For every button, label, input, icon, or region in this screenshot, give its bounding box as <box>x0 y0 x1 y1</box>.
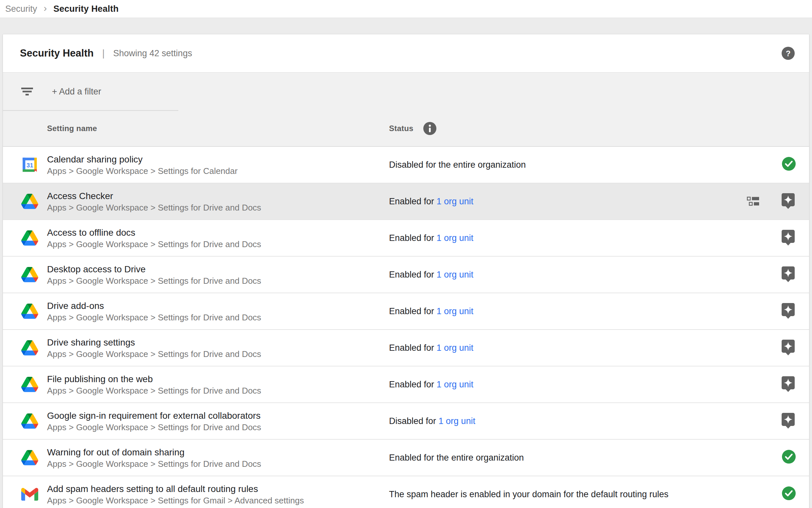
drive-icon <box>21 449 38 466</box>
recommendation-badge-icon[interactable] <box>782 230 796 246</box>
table-row[interactable]: File publishing on the web Apps > Google… <box>3 367 809 403</box>
setting-path: Apps > Google Workspace > Settings for D… <box>47 202 261 213</box>
breadcrumb: Security › Security Health <box>0 0 812 18</box>
help-circle-icon[interactable]: ? <box>782 47 795 60</box>
setting-path: Apps > Google Workspace > Settings for D… <box>47 348 261 359</box>
breadcrumb-current: Security Health <box>54 4 119 14</box>
svg-text:?: ? <box>786 49 791 58</box>
table-row[interactable]: 31 Calendar sharing policy Apps > Google… <box>3 147 809 183</box>
settings-card: Security Health | Showing 42 settings ? <box>3 34 809 508</box>
drive-icon <box>21 376 38 393</box>
recommendation-badge-icon[interactable] <box>782 193 796 209</box>
table-row[interactable]: Access to offline docs Apps > Google Wor… <box>3 220 809 257</box>
setting-status: Enabled for 1 org unit <box>389 306 473 316</box>
recommendation-badge-icon[interactable] <box>782 413 796 429</box>
card-header: Security Health | Showing 42 settings ? <box>3 34 809 72</box>
org-unit-icon <box>747 196 761 207</box>
drive-icon <box>21 193 38 210</box>
setting-status: Disabled for the entire organization <box>389 160 526 170</box>
setting-path: Apps > Google Workspace > Settings for C… <box>47 165 237 176</box>
setting-name: Access Checker <box>47 190 261 202</box>
setting-path: Apps > Google Workspace > Settings for D… <box>47 312 261 323</box>
status-text: Enabled for <box>389 197 437 206</box>
gmail-icon <box>21 486 38 503</box>
table-row[interactable]: Access Checker Apps > Google Workspace >… <box>3 183 809 220</box>
setting-path: Apps > Google Workspace > Settings for D… <box>47 275 261 286</box>
setting-path: Apps > Google Workspace > Settings for G… <box>47 495 304 506</box>
status-text: Disabled for the entire organization <box>389 160 526 170</box>
check-circle-icon <box>782 486 796 502</box>
setting-name: Add spam headers setting to all default … <box>47 483 304 495</box>
title-separator: | <box>102 48 105 59</box>
check-circle-icon <box>782 450 796 465</box>
drive-icon <box>21 339 38 356</box>
recommendation-badge-icon[interactable] <box>782 266 796 282</box>
table-row[interactable]: Warning for out of domain sharing Apps >… <box>3 440 809 476</box>
recommendation-badge-icon[interactable] <box>782 376 796 392</box>
status-text: Enabled for <box>389 306 437 316</box>
setting-name: Access to offline docs <box>47 226 261 239</box>
drive-icon <box>21 229 38 247</box>
drive-icon <box>21 266 38 283</box>
setting-path: Apps > Google Workspace > Settings for D… <box>47 385 261 396</box>
setting-name: File publishing on the web <box>47 373 261 385</box>
setting-status: Disabled for 1 org unit <box>389 416 475 426</box>
filter-list-icon[interactable] <box>21 88 33 97</box>
org-unit-link[interactable]: 1 org unit <box>439 416 476 426</box>
security-health-page: Security › Security Health Security Heal… <box>0 0 812 508</box>
status-text: Disabled for <box>389 416 439 426</box>
add-filter-button[interactable]: + Add a filter <box>52 87 101 97</box>
table-row[interactable]: Drive add-ons Apps > Google Workspace > … <box>3 293 809 330</box>
recommendation-badge-icon[interactable] <box>782 303 796 319</box>
settings-list: 31 Calendar sharing policy Apps > Google… <box>3 147 809 508</box>
setting-path: Apps > Google Workspace > Settings for D… <box>47 458 261 469</box>
page-title: Security Health <box>20 47 94 59</box>
table-header: Setting name Status <box>3 111 809 147</box>
setting-status: Enabled for 1 org unit <box>389 380 473 390</box>
org-unit-link[interactable]: 1 org unit <box>437 233 474 243</box>
setting-path: Apps > Google Workspace > Settings for D… <box>47 239 261 250</box>
recommendation-badge-icon[interactable] <box>782 340 796 355</box>
check-circle-icon <box>782 157 796 172</box>
info-icon[interactable] <box>423 122 436 135</box>
org-unit-link[interactable]: 1 org unit <box>437 197 474 206</box>
org-unit-link[interactable]: 1 org unit <box>437 270 474 280</box>
column-status: Status <box>389 122 436 135</box>
status-text: Enabled for <box>389 233 437 243</box>
settings-count: Showing 42 settings <box>113 48 192 58</box>
breadcrumb-security-link[interactable]: Security <box>5 4 37 14</box>
org-unit-link[interactable]: 1 org unit <box>437 306 474 316</box>
setting-name: Drive add-ons <box>47 300 261 312</box>
calendar-icon: 31 <box>21 156 38 173</box>
setting-name: Google sign-in requirement for external … <box>47 410 261 422</box>
setting-name: Drive sharing settings <box>47 336 261 348</box>
table-row[interactable]: Drive sharing settings Apps > Google Wor… <box>3 330 809 367</box>
status-text: Enabled for <box>389 380 437 389</box>
setting-name: Desktop access to Drive <box>47 263 261 275</box>
chevron-right-icon: › <box>44 3 47 14</box>
status-text: The spam header is enabled in your domai… <box>389 490 669 499</box>
setting-status: Enabled for the entire organization <box>389 453 524 463</box>
filter-bar: + Add a filter <box>3 73 809 111</box>
setting-status: Enabled for 1 org unit <box>389 233 473 243</box>
setting-path: Apps > Google Workspace > Settings for D… <box>47 422 261 433</box>
column-setting-name: Setting name <box>47 124 97 133</box>
status-text: Enabled for <box>389 270 437 280</box>
drive-icon <box>21 413 38 429</box>
setting-name: Warning for out of domain sharing <box>47 446 261 458</box>
status-text: Enabled for the entire organization <box>389 453 524 463</box>
setting-name: Calendar sharing policy <box>47 153 237 165</box>
table-row[interactable]: Desktop access to Drive Apps > Google Wo… <box>3 257 809 293</box>
org-unit-link[interactable]: 1 org unit <box>437 343 474 353</box>
svg-text:31: 31 <box>27 162 33 169</box>
org-unit-link[interactable]: 1 org unit <box>437 380 474 389</box>
table-row[interactable]: Add spam headers setting to all default … <box>3 476 809 508</box>
filter-and-header-band: + Add a filter Setting name Status <box>3 72 809 147</box>
table-row[interactable]: Google sign-in requirement for external … <box>3 403 809 440</box>
setting-status: Enabled for 1 org unit <box>389 197 473 207</box>
setting-status: Enabled for 1 org unit <box>389 343 473 353</box>
status-text: Enabled for <box>389 343 437 353</box>
setting-status: Enabled for 1 org unit <box>389 270 473 280</box>
setting-status: The spam header is enabled in your domai… <box>389 490 669 500</box>
drive-icon <box>21 303 38 320</box>
